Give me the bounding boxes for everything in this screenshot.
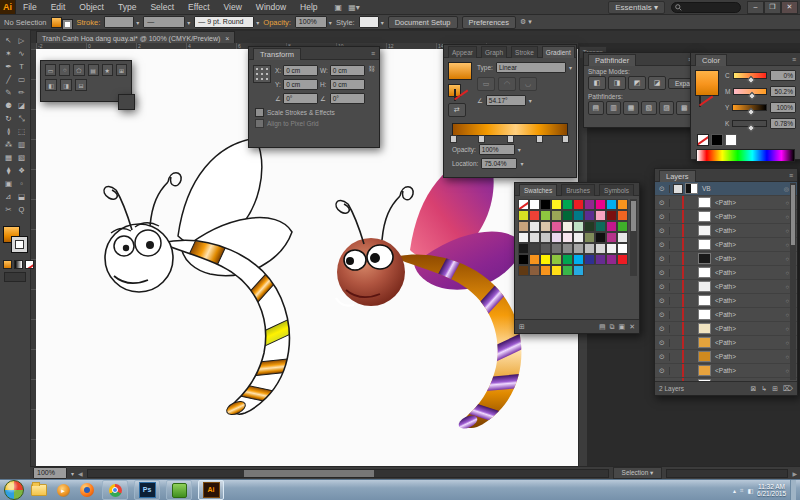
taskbar-clock[interactable]: 11:32 AM 6/21/2015 [757,483,786,497]
chrome-button[interactable] [102,480,128,500]
swatch[interactable] [518,221,529,232]
color-spectrum-bar[interactable] [696,149,795,162]
tool-button[interactable]: ✶ [2,47,15,60]
target-icon[interactable]: ○ [785,326,789,332]
minimize-button[interactable]: – [747,1,764,14]
swatch[interactable] [584,210,595,221]
firefox-icon[interactable] [78,482,96,498]
brush-select[interactable]: — 9 pt. Round [194,16,254,28]
target-icon[interactable]: ○ [785,200,789,206]
visibility-icon[interactable]: ⊙ [655,325,670,333]
target-icon[interactable]: ○ [785,242,789,248]
pathfinder-button[interactable]: ▨ [659,101,675,115]
gradient-opacity-arrow[interactable]: ▾ [518,146,521,153]
new-swatch-icon[interactable]: ▣ [619,323,626,331]
stroke-align1-button[interactable]: ▭ [477,77,495,91]
swatch[interactable] [518,232,529,243]
swatch[interactable] [584,254,595,265]
panel-tab[interactable]: Brushes [561,184,595,196]
visibility-icon[interactable]: ⊙ [655,297,670,305]
type-arrow[interactable]: ▾ [569,64,572,71]
align-pixel-checkbox[interactable] [255,119,264,128]
pathfinder-button[interactable]: ▥ [606,101,622,115]
menu-item[interactable]: Object [72,1,111,13]
layer-name[interactable]: <Path> [715,283,736,290]
swatch[interactable] [540,265,551,276]
layer-row[interactable]: ⊙ <Path> ○ [655,336,797,350]
swatch[interactable] [529,199,540,210]
width-profile-select[interactable]: — [143,16,185,28]
tool-button[interactable]: ⁂ [2,138,15,151]
menu-item[interactable]: Type [111,1,143,13]
tool-button[interactable]: ▧ [15,151,28,164]
mini-tool-button[interactable]: ★ [102,64,113,76]
zoom-level-select[interactable]: 100% [33,467,67,479]
layer-name[interactable]: <Path> [715,227,736,234]
layer-name[interactable]: <Path> [715,297,736,304]
channel-slider[interactable] [733,72,767,79]
layer-row[interactable]: ⊙ <Path> ○ [655,224,797,238]
visibility-icon[interactable]: ⊙ [655,199,670,207]
canvas-horizontal-scrollbar[interactable] [87,469,609,478]
swatch[interactable] [606,199,617,210]
layer-name[interactable]: <Path> [715,213,736,220]
menu-item[interactable]: View [217,1,249,13]
swatch[interactable] [573,232,584,243]
visibility-icon[interactable]: ⊙ [655,185,670,193]
opacity-label[interactable]: Opacity: [263,18,291,27]
stroke-align3-button[interactable]: ◡ [519,77,537,91]
clipping-mask-icon[interactable]: ⊠ [750,385,756,393]
channel-value-field[interactable]: 0.78% [770,118,796,129]
reverse-gradient-icon[interactable]: ⇄ [448,103,466,117]
opacity-field[interactable]: 100% [295,16,327,28]
gradient-button[interactable] [14,260,23,269]
layer-row[interactable]: ⊙ <Path> ○ [655,280,797,294]
mini-tool-button[interactable]: ▭ [45,64,56,76]
menu-item[interactable]: File [16,1,44,13]
x-field[interactable]: 0 cm [283,65,318,76]
pathfinder-button[interactable]: ▤ [588,101,604,115]
swatch[interactable] [606,243,617,254]
stroke-align2-button[interactable]: ◠ [498,77,516,91]
swatch[interactable] [529,221,540,232]
volume-icon[interactable]: ◧ [747,487,753,494]
angle-arrow[interactable]: ▾ [529,97,532,104]
swatch-libraries-icon[interactable]: ⊞ [519,323,525,331]
target-icon[interactable]: ◎ [784,185,789,192]
swatch[interactable] [529,243,540,254]
target-icon[interactable]: ○ [785,354,789,360]
target-icon[interactable]: ○ [785,284,789,290]
swatch[interactable] [595,243,606,254]
shape-mode-button[interactable]: ◩ [628,76,646,90]
tool-button[interactable]: ⧫ [2,164,15,177]
swatch[interactable] [540,243,551,254]
visibility-icon[interactable]: ⊙ [655,269,670,277]
swatch[interactable] [518,210,529,221]
tool-button[interactable]: ▭ [15,73,28,86]
mini-tool-button[interactable]: ⊞ [116,64,127,76]
swatch[interactable] [606,254,617,265]
layer-row[interactable]: ⊙ <Path> ○ [655,364,797,378]
panel-tab[interactable]: Gradient [542,46,575,58]
panel-tab[interactable]: Appear [448,46,477,58]
panel-tab[interactable]: Symbols [599,184,634,196]
layer-name[interactable]: <Path> [715,325,736,332]
gradient-opacity-field[interactable]: 100% [479,144,515,155]
target-icon[interactable]: ○ [785,298,789,304]
swatch[interactable] [518,199,529,210]
swatch[interactable] [617,254,628,265]
swatch[interactable] [518,243,529,254]
swatch[interactable] [540,254,551,265]
swatch[interactable] [595,221,606,232]
new-color-group-icon[interactable]: ⧉ [610,323,615,331]
swatch[interactable] [573,243,584,254]
layer-name[interactable]: <Path> [715,339,736,346]
reference-point-locator[interactable] [253,65,271,83]
swatch[interactable] [584,243,595,254]
mini-tool-button[interactable]: ▤ [88,64,99,76]
gradient-stop[interactable] [478,135,485,143]
tool-button[interactable]: ⤡ [15,112,28,125]
swatch[interactable] [573,265,584,276]
channel-value-field[interactable]: 100% [770,102,796,113]
gradient-stop[interactable] [450,135,457,143]
